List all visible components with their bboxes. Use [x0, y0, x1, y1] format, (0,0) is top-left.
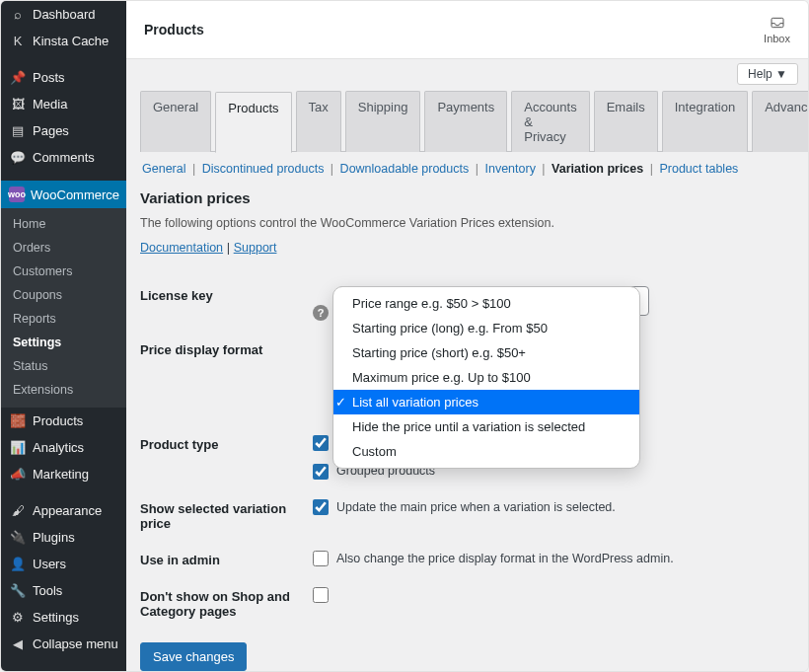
format-option-custom[interactable]: ✓Custom: [333, 439, 639, 464]
sidebar-item-appearance[interactable]: 🖌Appearance: [1, 497, 126, 524]
woocommerce-submenu: HomeOrdersCustomersCouponsReportsSetting…: [1, 208, 126, 408]
sidebar-item-label: Tools: [33, 583, 62, 598]
grouped-products-checkbox[interactable]: [313, 464, 329, 480]
sidebar-item-media[interactable]: 🖾Media: [1, 91, 126, 117]
subtab-product-tables[interactable]: Product tables: [659, 162, 738, 176]
products-icon: 🧱: [9, 413, 27, 428]
settings-tabs: GeneralProductsTaxShippingPaymentsAccoun…: [140, 91, 794, 152]
submenu-item-home[interactable]: Home: [1, 212, 126, 236]
subtab-variation-prices[interactable]: Variation prices: [552, 162, 643, 176]
analytics-icon: 📊: [9, 440, 27, 455]
sidebar-item-label: Posts: [33, 70, 65, 85]
tab-general[interactable]: General: [140, 91, 211, 152]
sidebar-item-products[interactable]: 🧱Products: [1, 408, 126, 434]
tab-accounts-privacy[interactable]: Accounts & Privacy: [511, 91, 589, 152]
appearance-icon: 🖌: [9, 503, 27, 518]
product-type-label: Product type: [140, 435, 313, 452]
sidebar-item-label: Products: [33, 413, 83, 428]
media-icon: 🖾: [9, 97, 27, 112]
submenu-item-settings[interactable]: Settings: [1, 331, 126, 354]
sidebar-item-label: WooCommerce: [31, 187, 119, 202]
tools-icon: 🔧: [9, 583, 27, 598]
sidebar-item-dashboard[interactable]: ⌕Dashboard: [1, 1, 126, 28]
sidebar-item-comments[interactable]: 💬Comments: [1, 144, 126, 171]
submenu-item-coupons[interactable]: Coupons: [1, 283, 126, 307]
submenu-item-customers[interactable]: Customers: [1, 260, 126, 283]
support-link[interactable]: Support: [234, 241, 277, 255]
settings-subtabs: General | Discontinued products | Downlo…: [140, 152, 794, 186]
format-option-maximum-price-e-g-up-to[interactable]: ✓Maximum price e.g. Up to $100: [333, 365, 639, 390]
sidebar-item-label: Media: [33, 97, 67, 112]
kinsta-cache-icon: K: [9, 34, 27, 48]
tab-tax[interactable]: Tax: [296, 91, 341, 152]
svg-rect-0: [772, 18, 783, 27]
license-key-label: License key: [140, 286, 313, 303]
sidebar-item-plugins[interactable]: 🔌Plugins: [1, 524, 126, 551]
ssvp-option-label: Update the main price when a variation i…: [336, 500, 616, 514]
dont-show-checkbox[interactable]: [313, 587, 329, 603]
tab-advanced[interactable]: Advanced: [752, 91, 808, 152]
comments-icon: 💬: [9, 150, 27, 165]
format-option-starting-price-short-e-g[interactable]: ✓Starting price (short) e.g. $50+: [333, 340, 639, 365]
format-dropdown[interactable]: ✓Price range e.g. $50 > $100✓Starting pr…: [332, 286, 640, 469]
subtab-downloadable-products[interactable]: Downloadable products: [340, 162, 470, 176]
save-button[interactable]: Save changes: [140, 642, 247, 671]
settings-icon: ⚙: [9, 610, 27, 625]
sidebar-item-kinsta-cache[interactable]: KKinsta Cache: [1, 28, 126, 54]
sidebar-item-label: Pages: [33, 123, 69, 138]
tab-payments[interactable]: Payments: [424, 91, 507, 152]
submenu-item-extensions[interactable]: Extensions: [1, 378, 126, 402]
sidebar-item-analytics[interactable]: 📊Analytics: [1, 434, 126, 461]
section-title: Variation prices: [140, 189, 794, 206]
sidebar-item-label: Appearance: [33, 503, 102, 518]
plugins-icon: 🔌: [9, 530, 27, 545]
sidebar-item-label: Dashboard: [33, 7, 96, 22]
sidebar-item-settings[interactable]: ⚙Settings: [1, 604, 126, 631]
admin-sidebar: ⌕DashboardKKinsta Cache 📌Posts🖾Media▤Pag…: [1, 1, 126, 671]
sidebar-item-label: Analytics: [33, 440, 84, 455]
submenu-item-orders[interactable]: Orders: [1, 236, 126, 260]
sidebar-item-label: Kinsta Cache: [33, 34, 109, 48]
section-desc: The following options control the WooCom…: [140, 216, 794, 230]
documentation-link[interactable]: Documentation: [140, 241, 223, 255]
tab-products[interactable]: Products: [215, 92, 291, 153]
subtab-discontinued-products[interactable]: Discontinued products: [202, 162, 325, 176]
submenu-item-reports[interactable]: Reports: [1, 307, 126, 331]
format-option-list-all-variation-prices[interactable]: ✓List all variation prices: [333, 390, 639, 414]
help-button[interactable]: Help ▼: [737, 63, 798, 85]
pages-icon: ▤: [9, 123, 27, 138]
use-in-admin-checkbox[interactable]: [313, 551, 329, 566]
sidebar-item-posts[interactable]: 📌Posts: [1, 64, 126, 91]
tab-shipping[interactable]: Shipping: [345, 91, 421, 152]
tab-emails[interactable]: Emails: [594, 91, 658, 152]
format-option-hide-the-price-until-a-variation-is-selected[interactable]: ✓Hide the price until a variation is sel…: [333, 414, 639, 439]
sidebar-item-pages[interactable]: ▤Pages: [1, 117, 126, 144]
use-in-admin-option-label: Also change the price display format in …: [336, 552, 674, 565]
subtab-inventory[interactable]: Inventory: [484, 162, 535, 176]
users-icon: 👤: [9, 557, 27, 571]
collapse-menu-icon: ◀: [9, 636, 27, 651]
sidebar-item-collapse-menu[interactable]: ◀Collapse menu: [1, 631, 126, 657]
checkmark-icon: ✓: [335, 395, 351, 410]
sidebar-item-users[interactable]: 👤Users: [1, 551, 126, 577]
marketing-icon: 📣: [9, 467, 27, 482]
format-label: Price display format: [140, 340, 313, 357]
sidebar-item-woocommerce[interactable]: woo WooCommerce: [1, 181, 126, 208]
variable-products-checkbox[interactable]: [313, 435, 329, 451]
dont-show-label: Don't show on Shop and Category pages: [140, 587, 313, 619]
help-tip-icon[interactable]: ?: [313, 305, 329, 321]
format-option-price-range-e-g[interactable]: ✓Price range e.g. $50 > $100: [333, 291, 639, 316]
sidebar-item-tools[interactable]: 🔧Tools: [1, 577, 126, 604]
sidebar-item-label: Marketing: [33, 467, 89, 482]
inbox-button[interactable]: Inbox: [764, 15, 790, 44]
sidebar-item-label: Collapse menu: [33, 636, 118, 651]
ssvp-checkbox[interactable]: [313, 499, 329, 515]
subtab-general[interactable]: General: [142, 162, 185, 176]
submenu-item-status[interactable]: Status: [1, 354, 126, 378]
inbox-icon: [769, 15, 786, 31]
format-option-starting-price-long-e-g-from[interactable]: ✓Starting price (long) e.g. From $50: [333, 316, 639, 340]
tab-integration[interactable]: Integration: [662, 91, 748, 152]
sidebar-item-label: Users: [33, 557, 66, 571]
page-title: Products: [144, 22, 204, 37]
sidebar-item-marketing[interactable]: 📣Marketing: [1, 461, 126, 487]
